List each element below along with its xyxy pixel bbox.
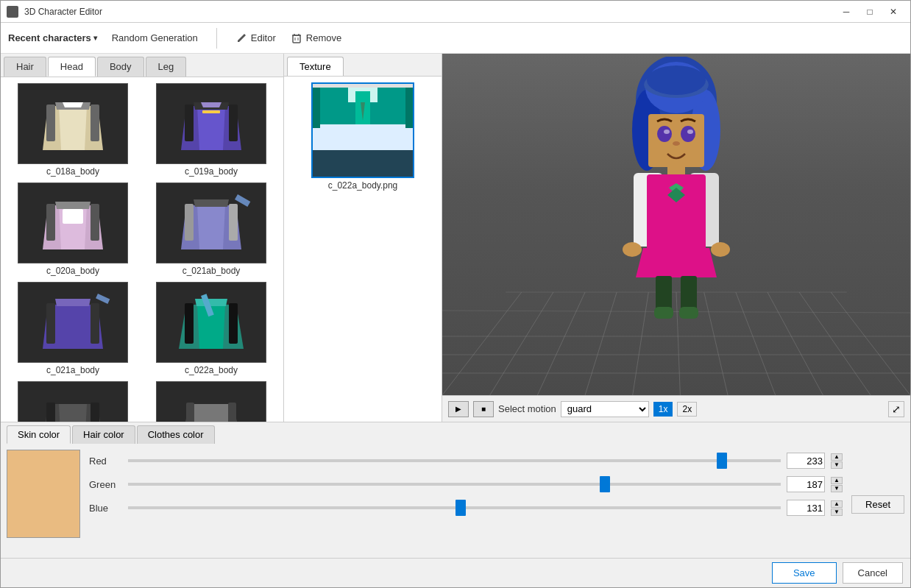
svg-marker-26 [55,202,91,209]
character-3d-icon [603,57,750,344]
footer: Save Cancel [1,558,910,587]
red-slider-thumb[interactable] [717,453,727,469]
green-value-input[interactable] [787,476,825,492]
list-item[interactable]: c_022b_body [7,381,139,422]
tab-leg[interactable]: Leg [146,57,187,77]
svg-marker-8 [59,106,87,150]
pencil-icon [235,32,247,44]
texture-grid: c_022a_body.png [284,77,442,422]
body-icon-c022b [18,382,127,422]
red-slider-row: Red ▲ ▼ [89,453,843,469]
svg-rect-20 [202,110,220,113]
red-slider-track[interactable] [128,459,781,462]
svg-point-103 [711,242,730,257]
red-increment-button[interactable]: ▲ [831,453,843,461]
maximize-button[interactable]: □ [859,4,881,19]
color-panel: Skin color Hair color Clothes color Red … [1,422,910,558]
list-item[interactable]: c_022a_body [145,282,277,375]
tab-hair-color[interactable]: Hair color [72,425,135,444]
asset-thumbnail-c022 [156,282,266,363]
svg-rect-61 [313,150,413,177]
tab-skin-color[interactable]: Skin color [7,425,71,444]
list-item[interactable]: c_019a_body [145,83,277,177]
app-icon [7,6,18,18]
tab-body[interactable]: Body [97,57,144,77]
svg-rect-17 [229,105,238,141]
svg-rect-32 [229,204,238,241]
list-item[interactable]: c_020a_body [7,183,139,276]
green-slider-track[interactable] [128,483,781,486]
asset-thumbnail-c019 [156,83,266,164]
skin-color-preview [7,450,80,538]
svg-line-76 [831,292,910,395]
asset-label-c018: c_018a_body [46,166,99,177]
texture-file-label: c_022a_body.png [328,180,398,191]
motion-select[interactable]: guard idle walk run attack [561,401,649,417]
recent-characters-button[interactable]: Recent characters [8,32,97,43]
texture-item-selected[interactable]: c_022a_body.png [290,82,436,191]
red-value-input[interactable] [787,453,825,469]
red-label: Red [89,456,122,467]
body-icon-c021ab [157,183,266,263]
svg-rect-106 [654,307,673,319]
asset-label-c022: c_022a_body [185,365,238,375]
svg-line-66 [442,292,522,395]
svg-point-87 [647,65,706,95]
blue-slider-track[interactable] [128,506,781,509]
editor-button[interactable]: Editor [235,32,276,44]
svg-marker-12 [63,102,83,107]
cancel-button[interactable]: Cancel [843,562,903,584]
blue-increment-button[interactable]: ▲ [831,500,843,508]
asset-thumbnail-c022b [18,381,128,422]
minimize-button[interactable]: ─ [835,4,857,19]
list-item[interactable]: c_021ab_body [145,183,277,276]
color-tab-bar: Skin color Hair color Clothes color [1,422,910,444]
body-icon-c023 [157,382,266,422]
tab-texture[interactable]: Texture [287,57,344,76]
svg-point-102 [623,242,642,257]
window-controls: ─ □ ✕ [835,4,904,19]
fullscreen-button[interactable]: ⤢ [888,401,904,417]
svg-rect-51 [46,403,55,422]
body-icon-c022 [157,283,266,362]
body-icon-c018 [18,84,127,163]
asset-thumbnail-c018 [18,83,128,164]
save-button[interactable]: Save [772,562,837,584]
speed-2x-button[interactable]: 2x [677,402,697,417]
middle-panel: Texture [284,54,442,422]
tab-hair[interactable]: Hair [4,57,46,77]
green-slider-thumb[interactable] [600,476,610,492]
list-item[interactable]: c_021a_body [7,282,139,375]
green-increment-button[interactable]: ▲ [831,477,843,484]
body-icon-c021a [18,283,127,362]
motion-bar: ▶ ■ Select motion guard idle walk run at… [442,395,910,422]
blue-decrement-button[interactable]: ▼ [831,509,843,516]
stop-button[interactable]: ■ [473,401,494,417]
3d-viewport[interactable] [442,54,910,395]
svg-point-92 [687,130,693,134]
list-item[interactable]: c_023_body [145,381,277,422]
right-panel: ▶ ■ Select motion guard idle walk run at… [442,54,910,422]
svg-marker-98 [636,248,717,277]
motion-label: Select motion [498,403,556,414]
speed-1x-button[interactable]: 1x [653,402,673,417]
red-decrement-button[interactable]: ▼ [831,461,843,469]
tab-clothes-color[interactable]: Clothes color [137,425,215,444]
blue-spinner: ▲ ▼ [831,500,843,516]
svg-rect-60 [313,124,413,154]
svg-marker-30 [197,205,225,249]
play-button[interactable]: ▶ [448,401,469,417]
asset-label-c021ab: c_021ab_body [182,266,241,276]
tab-head[interactable]: Head [48,57,96,77]
remove-button[interactable]: Remove [291,32,341,44]
list-item[interactable]: c_018a_body [7,83,139,177]
green-decrement-button[interactable]: ▼ [831,485,843,492]
svg-rect-52 [91,403,99,422]
asset-label-c020: c_020a_body [46,266,99,276]
random-generation-button[interactable]: Random Generation [112,32,198,43]
reset-button[interactable]: Reset [851,495,904,514]
green-spinner: ▲ ▼ [831,477,843,492]
blue-value-input[interactable] [787,500,825,516]
close-button[interactable]: ✕ [882,4,904,19]
blue-slider-thumb[interactable] [456,500,466,516]
